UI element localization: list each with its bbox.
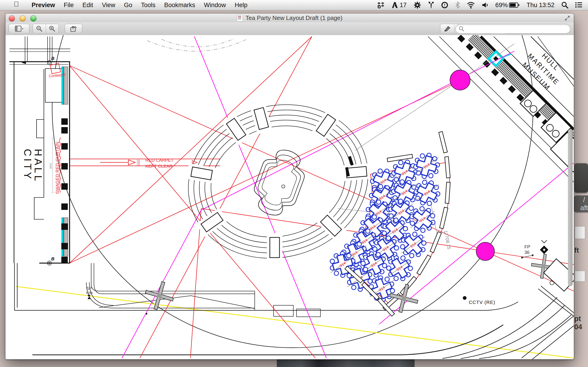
volume-menu-extra[interactable] [480,0,490,10]
vertical-scrollbar-thumb[interactable] [568,129,573,286]
minimize-button[interactable] [19,15,26,22]
red-sight-lines [69,36,574,358]
close-button[interactable] [9,15,15,22]
toolbar [6,22,574,35]
adobe-icon [391,2,398,8]
zoom-in-icon [49,25,55,32]
document-icon [237,14,243,22]
adobe-count: 17 [400,2,406,9]
search-field[interactable] [455,24,571,33]
sidebar-icon [15,26,23,32]
fp-label: FP [524,244,530,249]
bluetooth-icon [455,2,460,8]
carpet-label-line2: KEPT CLEAR [145,164,173,169]
fullscreen-button[interactable] [564,15,571,22]
gear-menu-extra[interactable] [412,0,423,10]
zoom-buttons [33,24,59,33]
table-cluster: 914 [410,176,444,210]
volume-icon [482,2,488,8]
desktop-label-line2: aft [576,204,588,212]
zoom-in-button[interactable] [46,24,59,33]
battery-menu-extra[interactable]: 69% [493,0,521,10]
desktop-icon-label-ft[interactable]: ft [574,246,579,255]
curtain-dim: 3600 [49,163,52,169]
dropbox-icon [377,1,384,9]
bluetooth-menu-extra[interactable] [453,0,462,10]
menu-edit[interactable]: Edit [78,0,98,10]
title-bar[interactable]: Tea Party New Layout Draft (1 page) [6,14,574,22]
document-view[interactable]: HULL MARITIME MUSEUM [6,35,574,359]
b-marker-top: B [47,56,54,65]
pink-zone-circle-top [450,70,470,90]
desktop-icon-label-draft[interactable]: / aft [574,195,588,212]
window-title: Tea Party New Layout Draft (1 page) [246,15,342,22]
share-icon [70,25,77,32]
menu-view[interactable]: View [98,0,120,10]
search-input[interactable] [466,25,567,32]
desktop-wallpaper-art [277,359,415,367]
carpet-label-line1: RED CARPET [145,158,174,163]
city-hall: CITY HALL B B Confetti?? [9,56,69,265]
search-icon [459,26,464,31]
spotlight-icon [561,2,568,8]
garden-ring-piers [186,103,372,262]
highlight-pen-icon [444,25,451,32]
site-plan-drawing: HULL MARITIME MUSEUM [6,35,574,359]
menu-help[interactable]: Help [230,0,252,10]
desktop-icon-thumbnail[interactable] [574,163,588,193]
cctv-label: CCTV (RE) [469,300,495,305]
zoom-out-icon [36,25,43,32]
survey-dot [146,313,147,315]
menu-window[interactable]: Window [199,0,230,10]
yellow-utility-line [16,286,574,359]
preview-window: Tea Party New Layout Draft (1 page) [5,13,574,359]
notification-center-menu-extra[interactable] [573,0,584,10]
battery-percent: 69% [495,2,508,9]
desktop: { "menu_bar": { "apple": "", "active_app… [0,0,588,367]
sidebar-button[interactable] [9,24,29,33]
city-hall-label-1: CITY [22,149,33,181]
b-marker-bottom: B [47,257,54,265]
time-machine-menu-extra[interactable]: ! [439,0,450,10]
menu-app-name[interactable]: Preview [27,0,60,10]
curtain-label: SWAGED RED CURTAIN [55,142,60,194]
sp-num: P089 [86,291,93,294]
tables-dim-long: 17708.15 [443,230,452,250]
sp-label: SP [86,286,92,291]
wifi-icon [467,2,475,8]
desktop-icon-file2[interactable] [575,271,585,282]
city-hall-label-2: HALL [33,149,44,183]
b-label-top: B [51,56,54,61]
menu-clock[interactable]: Thu 13:52 [525,0,556,10]
share-button[interactable] [65,24,82,33]
highlight-pen-button[interactable] [440,24,455,33]
menu-tools[interactable]: Tools [137,0,160,10]
fp36-marker: FP 36 [521,244,534,259]
dropbox-menu-extra[interactable] [375,0,386,10]
menu-bar:  Preview File Edit View Go Tools Bookma… [0,0,588,10]
desktop-icon-label-pt[interactable]: pt 04 [574,315,582,331]
zoom-out-button[interactable] [33,24,46,33]
zoom-window-button[interactable] [30,15,36,22]
gear-icon [414,1,421,9]
apple-menu[interactable]:  [6,0,27,10]
menu-file[interactable]: File [60,0,78,10]
apple-icon:  [10,0,23,9]
spotlight-menu-extra[interactable] [560,0,570,10]
time-machine-icon: ! [441,1,448,9]
survey-diamond [540,240,548,254]
fork-icon [428,2,434,8]
fork-menu-extra[interactable] [426,0,436,10]
menu-go[interactable]: Go [120,0,137,10]
plaza-linework [9,36,574,359]
menu-bookmarks[interactable]: Bookmarks [160,0,199,10]
adobe-menu-extra[interactable]: 17 [389,0,408,10]
pink-zone-circle-right [476,242,494,261]
desktop-icon-file1[interactable] [575,226,585,239]
fountain [247,144,311,221]
battery-icon [509,2,519,8]
notification-center-icon [575,2,582,8]
b-label-bottom: B [51,257,54,261]
wifi-menu-extra[interactable] [465,0,477,10]
carpet-dim: 1000 [137,160,141,166]
